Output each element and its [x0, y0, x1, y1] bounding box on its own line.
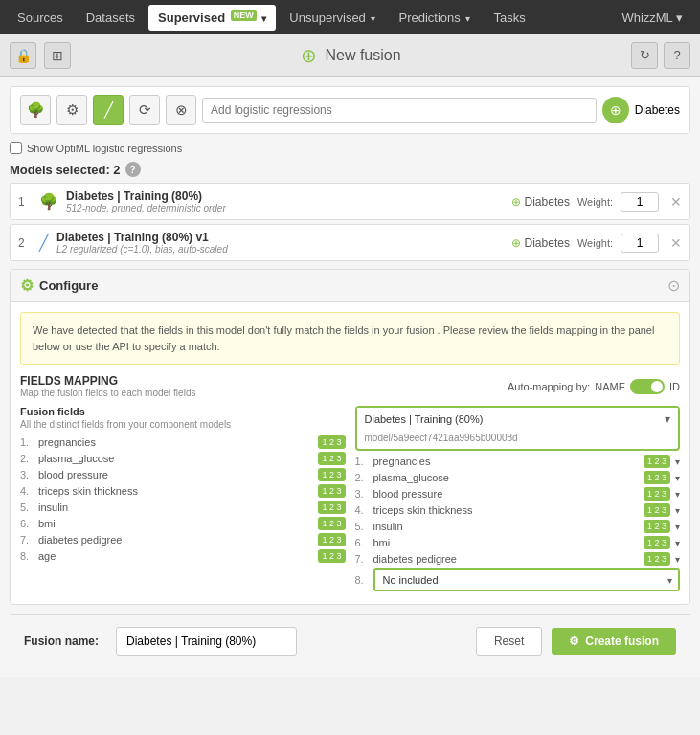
fusion-field-row: 8. age 1 2 3 — [20, 549, 346, 563]
decision-tree-btn[interactable]: 🌳 — [20, 95, 51, 125]
header-icons-left: 🔒 ⊞ — [10, 42, 71, 69]
model-id-text: model/5a9eecf7421aa9965b00008d — [357, 431, 679, 449]
mapping-grid: Fusion fields All the distinct fields fr… — [20, 406, 680, 594]
model-target-icon-2: ⊕ — [511, 236, 521, 250]
field-dropdown-3[interactable]: ▾ — [675, 489, 680, 500]
model-field-row: 1. pregnancies 1 2 3 ▾ — [355, 455, 681, 468]
fields-mapping-header: FIELDS MAPPING Map the fusion fields to … — [20, 374, 680, 398]
fusion-field-row: 2. plasma_glucose 1 2 3 — [20, 452, 346, 465]
model-field-row: 3. blood pressure 1 2 3 ▾ — [355, 487, 681, 501]
configure-header: ⚙ Configure ⊙ — [11, 270, 689, 302]
supervised-dropdown-arrow: ▾ — [261, 13, 266, 24]
model-remove-2[interactable]: ✕ — [670, 235, 682, 251]
fields-mapping: FIELDS MAPPING Map the fusion fields to … — [11, 374, 689, 604]
header-bar: 🔒 ⊞ ⊕ New fusion ↻ ? — [0, 34, 700, 77]
add-logistic-regressions-input[interactable] — [202, 98, 597, 122]
network-btn[interactable]: ⟳ — [129, 95, 160, 125]
model-desc-1: 512-node, pruned, deterministic order — [66, 203, 504, 213]
nav-sources[interactable]: Sources — [8, 5, 73, 31]
model-selector-inner: Diabetes | Training (80%) — [357, 408, 679, 431]
nav-tasks[interactable]: Tasks — [484, 5, 534, 31]
configure-section: ⚙ Configure ⊙ We have detected that the … — [10, 269, 690, 605]
field-dropdown-4[interactable]: ▾ — [675, 505, 680, 516]
fusion-field-row: 7. diabetes pedigree 1 2 3 — [20, 533, 346, 546]
unsupervised-dropdown-arrow: ▾ — [371, 13, 375, 24]
weight-label-2: Weight: — [577, 237, 613, 249]
field-dropdown-1[interactable]: ▾ — [675, 457, 680, 467]
field-dropdown-7[interactable]: ▾ — [675, 554, 680, 565]
fusion-fields-col: Fusion fields All the distinct fields fr… — [20, 406, 346, 594]
target-label: Diabetes — [635, 103, 680, 117]
model-info-1: Diabetes | Training (80%) 512-node, prun… — [66, 189, 504, 213]
optiml-checkbox[interactable] — [10, 142, 22, 154]
lock-button[interactable]: 🔒 — [10, 42, 36, 69]
fusion-col-header: Fusion fields — [20, 406, 346, 417]
model-field-row: 7. diabetes pedigree 1 2 3 ▾ — [355, 552, 681, 566]
model-lr-icon: ╱ — [39, 234, 49, 252]
models-selected-header: Models selected: 2 ? — [10, 162, 690, 177]
help-button[interactable]: ? — [664, 42, 690, 69]
fusion-field-row: 5. insulin 1 2 3 — [20, 501, 346, 514]
model-num-2: 2 — [18, 236, 32, 250]
model-target-icon-1: ⊕ — [511, 195, 521, 209]
footer: Fusion name: Reset ⚙ Create fusion — [10, 614, 690, 667]
model-select-dropdown[interactable]: Diabetes | Training (80%) — [357, 408, 679, 431]
model-row: 1 🌳 Diabetes | Training (80%) 512-node, … — [10, 183, 690, 220]
models-selected-title: Models selected: 2 — [10, 163, 121, 177]
fusion-col-subheader: All the distinct fields from your compon… — [20, 419, 346, 430]
fields-mapping-subtitle: Map the fusion fields to each model fiel… — [20, 388, 195, 398]
nav-supervised[interactable]: Supervised NEW ▾ — [148, 5, 276, 31]
reset-button[interactable]: Reset — [476, 627, 542, 656]
configure-collapse-btn[interactable]: ⊙ — [667, 277, 680, 295]
model-field-row: 4. triceps skin thickness 1 2 3 ▾ — [355, 503, 681, 517]
weight-label-1: Weight: — [577, 196, 613, 208]
ensemble-btn[interactable]: ⚙ — [56, 95, 87, 125]
model-field-row: 6. bmi 1 2 3 ▾ — [355, 536, 681, 549]
anomaly-btn[interactable]: ⊗ — [166, 95, 196, 125]
field-dropdown-5[interactable]: ▾ — [675, 522, 680, 532]
predictions-dropdown-arrow: ▾ — [465, 13, 470, 24]
nav-datasets[interactable]: Datasets — [77, 5, 145, 31]
no-included-dropdown[interactable]: No included — [375, 570, 679, 590]
configure-header-left: ⚙ Configure — [20, 277, 98, 295]
create-icon: ⚙ — [569, 635, 579, 648]
fusion-name-input[interactable] — [116, 627, 297, 656]
refresh-button[interactable]: ↻ — [631, 42, 658, 69]
linear-regression-btn[interactable]: ╱ — [93, 95, 124, 125]
auto-mapping: Auto-mapping by: NAME ID — [508, 379, 680, 394]
header-title-container: ⊕ New fusion — [71, 44, 631, 67]
model-tree-icon: 🌳 — [39, 192, 58, 211]
toolbar-target: ⊕ Diabetes — [602, 97, 680, 123]
model-row: 2 ╱ Diabetes | Training (80%) v1 L2 regu… — [10, 224, 690, 261]
target-icon: ⊕ — [602, 97, 629, 123]
field-dropdown-2[interactable]: ▾ — [675, 473, 680, 483]
nav-predictions[interactable]: Predictions ▾ — [389, 5, 480, 31]
warning-text: We have detected that the fields in this… — [33, 324, 654, 352]
auto-mapping-label: Auto-mapping by: — [508, 381, 590, 392]
field-dropdown-6[interactable]: ▾ — [675, 538, 680, 548]
model-weight-input-2[interactable] — [621, 234, 659, 253]
fusion-icon: ⊕ — [301, 44, 317, 67]
model-field-row: 5. insulin 1 2 3 ▾ — [355, 520, 681, 533]
warning-box: We have detected that the fields in this… — [20, 312, 680, 365]
fusion-field-row: 4. triceps skin thickness 1 2 3 — [20, 484, 346, 498]
fusion-name-label: Fusion name: — [24, 635, 99, 648]
fusion-field-row: 3. blood pressure 1 2 3 — [20, 468, 346, 481]
model-weight-input-1[interactable] — [621, 192, 659, 212]
create-fusion-button[interactable]: ⚙ Create fusion — [552, 628, 676, 655]
new-badge: NEW — [231, 10, 257, 21]
model-remove-1[interactable]: ✕ — [670, 194, 682, 210]
main-content: 🌳 ⚙ ╱ ⟳ ⊗ ⊕ Diabetes Show OptiML logisti… — [0, 77, 700, 677]
optiml-row: Show OptiML logistic regressions — [10, 142, 690, 154]
create-label: Create fusion — [585, 635, 659, 648]
toggle-knob — [651, 381, 663, 392]
models-help-icon[interactable]: ? — [125, 162, 141, 177]
nav-unsupervised[interactable]: Unsupervised ▾ — [280, 5, 385, 31]
fields-mapping-title: FIELDS MAPPING — [20, 374, 195, 388]
model-selector: Diabetes | Training (80%) model/5a9eecf7… — [355, 406, 681, 451]
toolbar: 🌳 ⚙ ╱ ⟳ ⊗ ⊕ Diabetes — [10, 86, 690, 134]
model-name-1: Diabetes | Training (80%) — [66, 189, 504, 203]
network-button[interactable]: ⊞ — [44, 42, 71, 69]
auto-mapping-toggle[interactable] — [630, 379, 665, 394]
fields-mapping-title-group: FIELDS MAPPING Map the fusion fields to … — [20, 374, 195, 398]
